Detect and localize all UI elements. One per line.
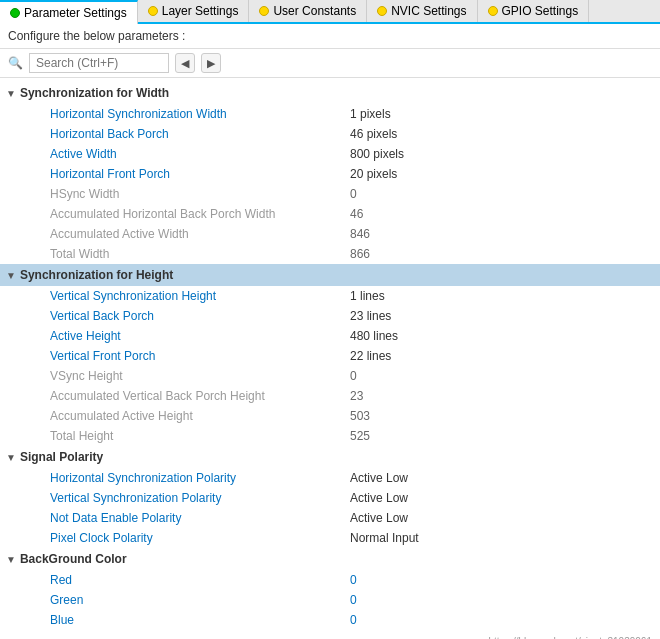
- tab-dot-icon: [148, 6, 158, 16]
- param-value: 846: [350, 227, 370, 241]
- param-name[interactable]: Active Width: [50, 147, 350, 161]
- param-value[interactable]: 1 pixels: [350, 107, 391, 121]
- search-icon: 🔍: [8, 56, 23, 70]
- param-value[interactable]: Active Low: [350, 511, 408, 525]
- chevron-down-icon: ▼: [6, 452, 16, 463]
- param-row: Horizontal Back Porch46 pixels: [0, 124, 660, 144]
- param-name[interactable]: Vertical Back Porch: [50, 309, 350, 323]
- param-value: 46: [350, 207, 363, 221]
- param-value[interactable]: 0: [350, 573, 357, 587]
- param-value: 503: [350, 409, 370, 423]
- param-value: 525: [350, 429, 370, 443]
- tab-dot-icon: [259, 6, 269, 16]
- tab-parameter-settings[interactable]: Parameter Settings: [0, 0, 138, 24]
- tree-content: ▼Synchronization for WidthHorizontal Syn…: [0, 78, 660, 634]
- param-value[interactable]: 23 lines: [350, 309, 391, 323]
- param-value[interactable]: Active Low: [350, 471, 408, 485]
- nav-next-button[interactable]: ▶: [201, 53, 221, 73]
- section-label: Synchronization for Height: [20, 268, 173, 282]
- param-value: 866: [350, 247, 370, 261]
- tab-label: Parameter Settings: [24, 6, 127, 20]
- tab-dot-icon: [10, 8, 20, 18]
- param-name: VSync Height: [50, 369, 350, 383]
- section-label: BackGround Color: [20, 552, 127, 566]
- param-name[interactable]: Vertical Synchronization Height: [50, 289, 350, 303]
- section-label: Synchronization for Width: [20, 86, 169, 100]
- param-value[interactable]: Normal Input: [350, 531, 419, 545]
- param-row: Blue0: [0, 610, 660, 630]
- param-row: Accumulated Active Height503: [0, 406, 660, 426]
- param-value: 0: [350, 369, 357, 383]
- tab-label: User Constants: [273, 4, 356, 18]
- tab-label: Layer Settings: [162, 4, 239, 18]
- param-row: Red0: [0, 570, 660, 590]
- section-header-signal-polarity[interactable]: ▼Signal Polarity: [0, 446, 660, 468]
- param-value: 23: [350, 389, 363, 403]
- tab-dot-icon: [488, 6, 498, 16]
- tab-label: NVIC Settings: [391, 4, 466, 18]
- section-label: Signal Polarity: [20, 450, 103, 464]
- search-bar: 🔍 ◀ ▶: [0, 49, 660, 78]
- param-name[interactable]: Green: [50, 593, 350, 607]
- param-value[interactable]: 800 pixels: [350, 147, 404, 161]
- param-name[interactable]: Active Height: [50, 329, 350, 343]
- section-header-background-color[interactable]: ▼BackGround Color: [0, 548, 660, 570]
- param-name: Accumulated Vertical Back Porch Height: [50, 389, 350, 403]
- param-row: Pixel Clock PolarityNormal Input: [0, 528, 660, 548]
- param-name: Total Width: [50, 247, 350, 261]
- param-row: VSync Height0: [0, 366, 660, 386]
- tab-label: GPIO Settings: [502, 4, 579, 18]
- param-name[interactable]: Vertical Front Porch: [50, 349, 350, 363]
- param-value[interactable]: 0: [350, 593, 357, 607]
- param-row: Active Height480 lines: [0, 326, 660, 346]
- param-row: Total Height525: [0, 426, 660, 446]
- param-value[interactable]: 1 lines: [350, 289, 385, 303]
- param-value: 0: [350, 187, 357, 201]
- param-name: Accumulated Active Height: [50, 409, 350, 423]
- watermark: https://blog.csdn.net/sinat_31039061: [0, 634, 660, 639]
- param-value[interactable]: 46 pixels: [350, 127, 397, 141]
- param-row: Green0: [0, 590, 660, 610]
- tab-dot-icon: [377, 6, 387, 16]
- param-row: Total Width866: [0, 244, 660, 264]
- tab-nvic-settings[interactable]: NVIC Settings: [367, 0, 477, 22]
- param-row: Vertical Synchronization Height1 lines: [0, 286, 660, 306]
- param-value[interactable]: 480 lines: [350, 329, 398, 343]
- param-value[interactable]: Active Low: [350, 491, 408, 505]
- section-header-sync-height[interactable]: ▼Synchronization for Height: [0, 264, 660, 286]
- subtitle: Configure the below parameters :: [0, 24, 660, 49]
- nav-prev-button[interactable]: ◀: [175, 53, 195, 73]
- param-row: Not Data Enable PolarityActive Low: [0, 508, 660, 528]
- param-name: Total Height: [50, 429, 350, 443]
- param-name: HSync Width: [50, 187, 350, 201]
- param-name[interactable]: Horizontal Back Porch: [50, 127, 350, 141]
- chevron-down-icon: ▼: [6, 270, 16, 281]
- param-row: Vertical Back Porch23 lines: [0, 306, 660, 326]
- param-value[interactable]: 20 pixels: [350, 167, 397, 181]
- param-name[interactable]: Horizontal Synchronization Width: [50, 107, 350, 121]
- param-row: Accumulated Active Width846: [0, 224, 660, 244]
- param-row: Accumulated Horizontal Back Porch Width4…: [0, 204, 660, 224]
- param-value[interactable]: 0: [350, 613, 357, 627]
- param-row: Horizontal Synchronization Width1 pixels: [0, 104, 660, 124]
- param-name[interactable]: Pixel Clock Polarity: [50, 531, 350, 545]
- param-name[interactable]: Blue: [50, 613, 350, 627]
- param-name[interactable]: Vertical Synchronization Polarity: [50, 491, 350, 505]
- chevron-down-icon: ▼: [6, 554, 16, 565]
- param-row: Vertical Synchronization PolarityActive …: [0, 488, 660, 508]
- section-header-sync-width[interactable]: ▼Synchronization for Width: [0, 82, 660, 104]
- tab-layer-settings[interactable]: Layer Settings: [138, 0, 250, 22]
- param-row: Accumulated Vertical Back Porch Height23: [0, 386, 660, 406]
- param-name[interactable]: Horizontal Front Porch: [50, 167, 350, 181]
- param-name[interactable]: Red: [50, 573, 350, 587]
- search-input[interactable]: [29, 53, 169, 73]
- param-row: Active Width800 pixels: [0, 144, 660, 164]
- param-name[interactable]: Not Data Enable Polarity: [50, 511, 350, 525]
- param-name[interactable]: Horizontal Synchronization Polarity: [50, 471, 350, 485]
- param-value[interactable]: 22 lines: [350, 349, 391, 363]
- tab-user-constants[interactable]: User Constants: [249, 0, 367, 22]
- tab-gpio-settings[interactable]: GPIO Settings: [478, 0, 590, 22]
- param-name: Accumulated Horizontal Back Porch Width: [50, 207, 350, 221]
- param-row: Horizontal Synchronization PolarityActiv…: [0, 468, 660, 488]
- param-name: Accumulated Active Width: [50, 227, 350, 241]
